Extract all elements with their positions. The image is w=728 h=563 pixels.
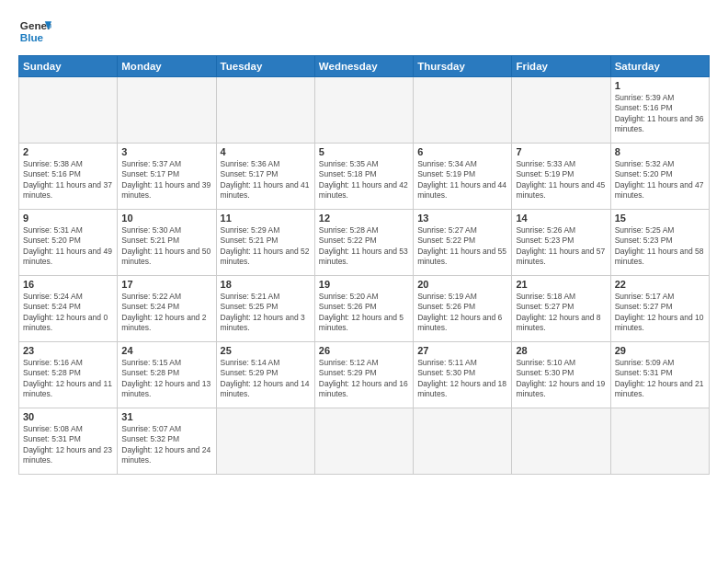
day-info: Sunrise: 5:14 AM Sunset: 5:29 PM Dayligh… — [221, 358, 311, 400]
day-number: 13 — [417, 213, 507, 224]
calendar-day-18: 18Sunrise: 5:21 AM Sunset: 5:25 PM Dayli… — [216, 276, 314, 342]
calendar-day-13: 13Sunrise: 5:27 AM Sunset: 5:22 PM Dayli… — [414, 210, 512, 276]
calendar-week-row: 30Sunrise: 5:08 AM Sunset: 5:31 PM Dayli… — [19, 408, 710, 475]
calendar-day-22: 22Sunrise: 5:17 AM Sunset: 5:27 PM Dayli… — [610, 276, 709, 342]
weekday-header-friday: Friday — [512, 56, 610, 77]
day-info: Sunrise: 5:28 AM Sunset: 5:22 PM Dayligh… — [319, 225, 409, 268]
weekday-header-thursday: Thursday — [414, 56, 512, 77]
day-info: Sunrise: 5:33 AM Sunset: 5:19 PM Dayligh… — [516, 159, 606, 201]
day-number: 19 — [319, 279, 409, 290]
calendar-day-empty — [314, 77, 413, 144]
calendar-day-empty — [216, 408, 314, 475]
weekday-header-tuesday: Tuesday — [216, 56, 314, 77]
calendar-day-3: 3Sunrise: 5:37 AM Sunset: 5:17 PM Daylig… — [118, 144, 216, 210]
day-info: Sunrise: 5:19 AM Sunset: 5:26 PM Dayligh… — [417, 292, 507, 334]
day-number: 6 — [417, 146, 507, 157]
day-info: Sunrise: 5:36 AM Sunset: 5:17 PM Dayligh… — [221, 159, 311, 201]
day-number: 18 — [221, 279, 311, 290]
weekday-header-saturday: Saturday — [610, 56, 709, 77]
page: General Blue SundayMondayTuesdayWednesda… — [0, 0, 728, 563]
calendar-week-row: 23Sunrise: 5:16 AM Sunset: 5:28 PM Dayli… — [19, 342, 710, 408]
day-info: Sunrise: 5:17 AM Sunset: 5:27 PM Dayligh… — [615, 292, 705, 334]
generalblue-logo-icon: General Blue — [18, 15, 51, 48]
day-number: 26 — [319, 345, 409, 356]
svg-text:Blue: Blue — [20, 31, 44, 43]
day-info: Sunrise: 5:21 AM Sunset: 5:25 PM Dayligh… — [221, 292, 311, 334]
day-info: Sunrise: 5:38 AM Sunset: 5:16 PM Dayligh… — [23, 159, 113, 201]
calendar-day-23: 23Sunrise: 5:16 AM Sunset: 5:28 PM Dayli… — [19, 342, 118, 408]
calendar-table: SundayMondayTuesdayWednesdayThursdayFrid… — [18, 55, 710, 475]
calendar-day-28: 28Sunrise: 5:10 AM Sunset: 5:30 PM Dayli… — [512, 342, 610, 408]
calendar-day-empty — [216, 77, 314, 144]
calendar-day-empty — [610, 408, 709, 475]
day-info: Sunrise: 5:25 AM Sunset: 5:23 PM Dayligh… — [615, 225, 705, 268]
day-info: Sunrise: 5:18 AM Sunset: 5:27 PM Dayligh… — [516, 292, 606, 334]
day-number: 9 — [23, 213, 113, 224]
calendar-day-16: 16Sunrise: 5:24 AM Sunset: 5:24 PM Dayli… — [19, 276, 118, 342]
day-number: 28 — [516, 345, 606, 356]
day-number: 14 — [516, 213, 606, 224]
day-info: Sunrise: 5:08 AM Sunset: 5:31 PM Dayligh… — [23, 424, 113, 466]
calendar-day-7: 7Sunrise: 5:33 AM Sunset: 5:19 PM Daylig… — [512, 144, 610, 210]
day-number: 2 — [23, 146, 113, 157]
day-number: 22 — [615, 279, 705, 290]
calendar-day-2: 2Sunrise: 5:38 AM Sunset: 5:16 PM Daylig… — [19, 144, 118, 210]
day-number: 30 — [23, 411, 113, 422]
calendar-day-empty — [414, 408, 512, 475]
day-number: 25 — [221, 345, 311, 356]
calendar-day-19: 19Sunrise: 5:20 AM Sunset: 5:26 PM Dayli… — [314, 276, 413, 342]
day-info: Sunrise: 5:11 AM Sunset: 5:30 PM Dayligh… — [417, 358, 507, 400]
calendar-day-14: 14Sunrise: 5:26 AM Sunset: 5:23 PM Dayli… — [512, 210, 610, 276]
calendar-day-empty — [414, 77, 512, 144]
calendar-day-empty — [314, 408, 413, 475]
day-info: Sunrise: 5:24 AM Sunset: 5:24 PM Dayligh… — [23, 292, 113, 334]
calendar-day-empty — [512, 408, 610, 475]
weekday-header-monday: Monday — [118, 56, 216, 77]
day-info: Sunrise: 5:15 AM Sunset: 5:28 PM Dayligh… — [121, 358, 211, 400]
calendar-day-26: 26Sunrise: 5:12 AM Sunset: 5:29 PM Dayli… — [314, 342, 413, 408]
calendar-week-row: 16Sunrise: 5:24 AM Sunset: 5:24 PM Dayli… — [19, 276, 710, 342]
calendar-day-29: 29Sunrise: 5:09 AM Sunset: 5:31 PM Dayli… — [610, 342, 709, 408]
day-info: Sunrise: 5:35 AM Sunset: 5:18 PM Dayligh… — [319, 159, 409, 201]
calendar-day-6: 6Sunrise: 5:34 AM Sunset: 5:19 PM Daylig… — [414, 144, 512, 210]
calendar-day-empty — [512, 77, 610, 144]
day-info: Sunrise: 5:39 AM Sunset: 5:16 PM Dayligh… — [615, 93, 705, 135]
calendar-day-5: 5Sunrise: 5:35 AM Sunset: 5:18 PM Daylig… — [314, 144, 413, 210]
day-info: Sunrise: 5:34 AM Sunset: 5:19 PM Dayligh… — [417, 159, 507, 201]
calendar-day-empty — [118, 77, 216, 144]
day-info: Sunrise: 5:10 AM Sunset: 5:30 PM Dayligh… — [516, 358, 606, 400]
calendar-week-row: 1Sunrise: 5:39 AM Sunset: 5:16 PM Daylig… — [19, 77, 710, 144]
calendar-day-4: 4Sunrise: 5:36 AM Sunset: 5:17 PM Daylig… — [216, 144, 314, 210]
day-info: Sunrise: 5:27 AM Sunset: 5:22 PM Dayligh… — [417, 225, 507, 268]
day-number: 16 — [23, 279, 113, 290]
day-info: Sunrise: 5:26 AM Sunset: 5:23 PM Dayligh… — [516, 225, 606, 268]
calendar-day-12: 12Sunrise: 5:28 AM Sunset: 5:22 PM Dayli… — [314, 210, 413, 276]
calendar-day-1: 1Sunrise: 5:39 AM Sunset: 5:16 PM Daylig… — [610, 77, 709, 144]
day-number: 1 — [615, 80, 705, 91]
day-info: Sunrise: 5:31 AM Sunset: 5:20 PM Dayligh… — [23, 225, 113, 268]
calendar-day-15: 15Sunrise: 5:25 AM Sunset: 5:23 PM Dayli… — [610, 210, 709, 276]
day-number: 8 — [615, 146, 705, 157]
day-number: 10 — [121, 213, 211, 224]
calendar-day-24: 24Sunrise: 5:15 AM Sunset: 5:28 PM Dayli… — [118, 342, 216, 408]
calendar-day-17: 17Sunrise: 5:22 AM Sunset: 5:24 PM Dayli… — [118, 276, 216, 342]
day-number: 7 — [516, 146, 606, 157]
day-info: Sunrise: 5:09 AM Sunset: 5:31 PM Dayligh… — [615, 358, 705, 400]
calendar-day-30: 30Sunrise: 5:08 AM Sunset: 5:31 PM Dayli… — [19, 408, 118, 475]
day-number: 27 — [417, 345, 507, 356]
day-number: 21 — [516, 279, 606, 290]
calendar-week-row: 2Sunrise: 5:38 AM Sunset: 5:16 PM Daylig… — [19, 144, 710, 210]
day-number: 4 — [221, 146, 311, 157]
weekday-header-row: SundayMondayTuesdayWednesdayThursdayFrid… — [19, 56, 710, 77]
day-number: 11 — [221, 213, 311, 224]
day-number: 24 — [121, 345, 211, 356]
calendar-day-8: 8Sunrise: 5:32 AM Sunset: 5:20 PM Daylig… — [610, 144, 709, 210]
day-info: Sunrise: 5:30 AM Sunset: 5:21 PM Dayligh… — [121, 225, 211, 268]
calendar-day-empty — [19, 77, 118, 144]
day-info: Sunrise: 5:32 AM Sunset: 5:20 PM Dayligh… — [615, 159, 705, 201]
calendar-day-11: 11Sunrise: 5:29 AM Sunset: 5:21 PM Dayli… — [216, 210, 314, 276]
day-number: 29 — [615, 345, 705, 356]
day-number: 15 — [615, 213, 705, 224]
day-info: Sunrise: 5:20 AM Sunset: 5:26 PM Dayligh… — [319, 292, 409, 334]
day-number: 23 — [23, 345, 113, 356]
